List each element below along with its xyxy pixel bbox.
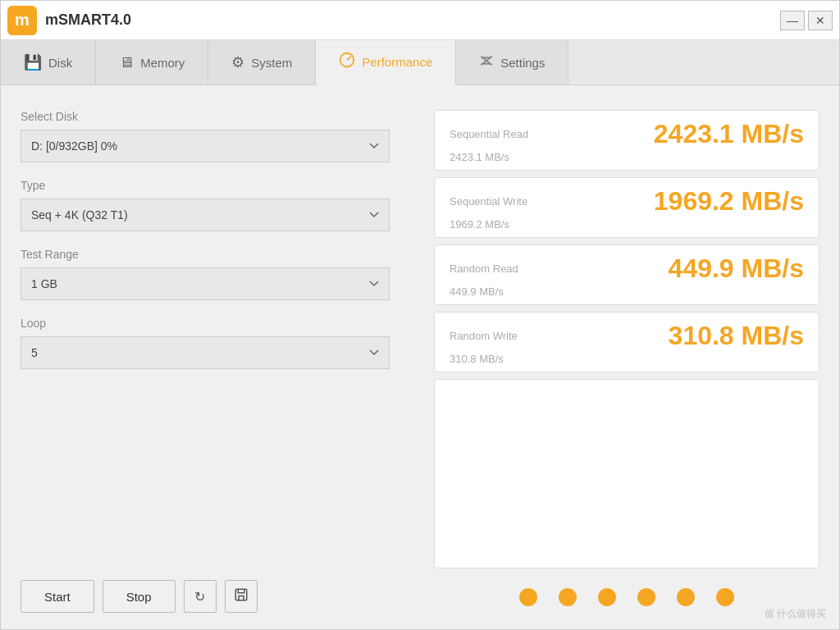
memory-icon: 🖥 (119, 54, 134, 71)
tab-system-label: System (251, 56, 292, 70)
test-range-dropdown[interactable]: 1 GB (21, 267, 390, 300)
select-disk-group: Select Disk D: [0/932GB] 0% (21, 110, 414, 162)
empty-card (434, 379, 819, 568)
title-bar: m mSMART4.0 — ✕ (1, 1, 839, 40)
svg-rect-4 (235, 589, 247, 600)
rand-read-label: Random Read (450, 262, 518, 275)
tab-system[interactable]: ⚙ System (208, 40, 316, 84)
select-disk-label: Select Disk (21, 110, 414, 123)
refresh-icon: ↻ (194, 589, 205, 605)
watermark: 值 什么值得买 (765, 607, 826, 621)
tab-memory-label: Memory (140, 56, 185, 70)
metric-header-seq-read: Sequential Read 2423.1 MB/s (450, 119, 804, 149)
dot-5 (677, 588, 695, 606)
start-button[interactable]: Start (21, 580, 94, 613)
close-button[interactable]: ✕ (808, 11, 833, 30)
type-label: Type (21, 179, 414, 192)
app-icon: m (7, 6, 37, 35)
save-icon (234, 587, 249, 605)
rand-read-value-large: 449.9 MB/s (669, 253, 804, 284)
seq-write-value-small: 1969.2 MB/s (450, 218, 804, 231)
type-group: Type Seq + 4K (Q32 T1) (21, 179, 414, 231)
settings-icon (479, 53, 494, 72)
main-content: Select Disk D: [0/932GB] 0% Type Seq + 4… (1, 85, 839, 629)
seq-read-value-large: 2423.1 MB/s (654, 119, 804, 149)
performance-icon (339, 52, 355, 72)
tab-bar: 💾 Disk 🖥 Memory ⚙ System Performance (1, 40, 839, 85)
seq-read-label: Sequential Read (450, 128, 528, 140)
test-range-group: Test Range 1 GB (21, 248, 414, 300)
window-controls: — ✕ (780, 11, 833, 30)
refresh-button[interactable]: ↻ (184, 580, 217, 613)
button-bar: Start Stop ↻ (21, 572, 414, 613)
tab-settings[interactable]: Settings (456, 40, 568, 84)
metric-header-rand-read: Random Read 449.9 MB/s (450, 253, 804, 284)
rand-read-value-small: 449.9 MB/s (450, 285, 804, 298)
metric-card-seq-write: Sequential Write 1969.2 MB/s 1969.2 MB/s (434, 177, 819, 238)
tab-settings-label: Settings (500, 56, 545, 70)
select-disk-dropdown[interactable]: D: [0/932GB] 0% (21, 130, 390, 162)
test-range-label: Test Range (21, 248, 414, 261)
dot-1 (519, 588, 537, 606)
tab-disk-label: Disk (48, 56, 72, 70)
rand-write-value-large: 310.8 MB/s (669, 321, 804, 351)
system-icon: ⚙ (231, 53, 244, 71)
stop-button[interactable]: Stop (103, 580, 176, 613)
seq-write-value-large: 1969.2 MB/s (654, 186, 804, 217)
dot-4 (637, 588, 655, 606)
dot-3 (598, 588, 616, 606)
metric-card-rand-write: Random Write 310.8 MB/s 310.8 MB/s (434, 312, 819, 372)
title-bar-left: m mSMART4.0 (7, 6, 131, 35)
metric-header-seq-write: Sequential Write 1969.2 MB/s (450, 186, 804, 217)
seq-write-label: Sequential Write (450, 195, 527, 208)
dots-row (434, 575, 819, 613)
loop-label: Loop (21, 317, 414, 330)
seq-read-value-small: 2423.1 MB/s (450, 151, 804, 163)
loop-group: Loop 5 (21, 317, 414, 369)
tab-performance[interactable]: Performance (316, 40, 456, 85)
type-dropdown[interactable]: Seq + 4K (Q32 T1) (21, 199, 390, 231)
app-window: m mSMART4.0 — ✕ 💾 Disk 🖥 Memory ⚙ System (0, 0, 840, 630)
right-panel: Sequential Read 2423.1 MB/s 2423.1 MB/s … (434, 110, 819, 613)
minimize-button[interactable]: — (780, 11, 805, 30)
save-button[interactable] (225, 580, 258, 613)
metric-card-rand-read: Random Read 449.9 MB/s 449.9 MB/s (434, 244, 819, 305)
metric-card-seq-read: Sequential Read 2423.1 MB/s 2423.1 MB/s (434, 110, 819, 171)
disk-icon: 💾 (24, 53, 42, 71)
tab-performance-label: Performance (362, 55, 432, 69)
rand-write-label: Random Write (450, 330, 518, 342)
metric-header-rand-write: Random Write 310.8 MB/s (450, 321, 804, 351)
tab-disk[interactable]: 💾 Disk (1, 40, 96, 84)
dot-6 (716, 588, 734, 606)
loop-dropdown[interactable]: 5 (21, 336, 390, 369)
left-panel: Select Disk D: [0/932GB] 0% Type Seq + 4… (21, 110, 414, 613)
dot-2 (559, 588, 577, 606)
tab-memory[interactable]: 🖥 Memory (96, 40, 208, 84)
app-title: mSMART4.0 (45, 11, 131, 29)
rand-write-value-small: 310.8 MB/s (450, 353, 804, 365)
